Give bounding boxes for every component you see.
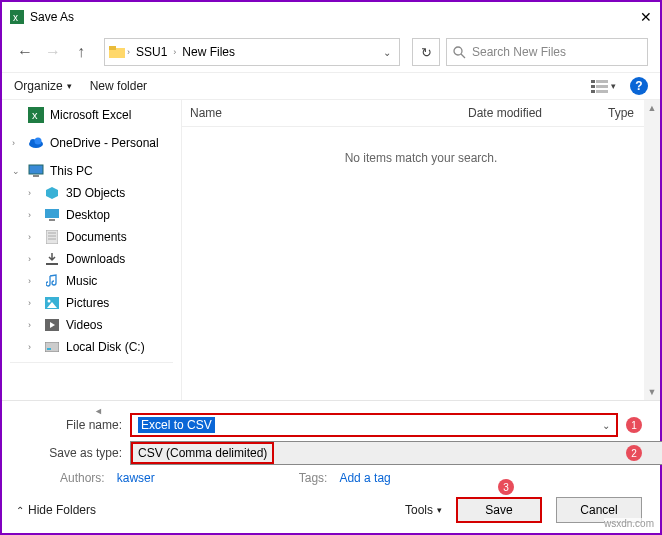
up-button[interactable]: ↑ [70,41,92,63]
expand-icon[interactable]: › [12,138,22,148]
empty-message: No items match your search. [182,127,660,189]
desktop-icon [44,207,60,223]
videos-icon [44,317,60,333]
chevron-right-icon: › [125,47,132,57]
tools-menu[interactable]: Tools ▾ [405,503,442,517]
svg-rect-20 [45,209,59,218]
navigation-tree[interactable]: x Microsoft Excel › OneDrive - Personal … [2,100,182,400]
svg-rect-8 [591,85,595,88]
svg-rect-6 [591,80,595,83]
search-input[interactable]: Search New Files [446,38,648,66]
tree-item-thispc[interactable]: ⌄ This PC [2,160,181,182]
new-folder-button[interactable]: New folder [90,79,147,93]
hide-folders-button[interactable]: ⌃ Hide Folders [16,503,96,517]
svg-rect-33 [47,348,51,350]
file-list[interactable]: Name Date modified Type No items match y… [182,100,660,400]
svg-rect-10 [591,90,595,93]
view-options[interactable]: ▾ [591,79,616,93]
view-icon [591,79,609,93]
annotation-badge-3: 3 [498,479,514,495]
scrollbar[interactable]: ▲ ▼ ◄ [644,100,660,400]
svg-rect-18 [33,175,39,177]
filename-value: Excel to CSV [138,417,215,433]
breadcrumb-newfiles[interactable]: New Files [178,45,239,59]
svg-rect-3 [109,46,116,50]
disk-icon [44,339,60,355]
authors-value[interactable]: kawser [117,471,155,485]
svg-point-4 [454,47,462,55]
tree-item-onedrive[interactable]: › OneDrive - Personal [2,132,181,154]
tree-item-documents[interactable]: ›Documents [2,226,181,248]
help-button[interactable]: ? [630,77,648,95]
annotation-badge-1: 1 [626,417,642,433]
documents-icon [44,229,60,245]
tree-item-3d-objects[interactable]: ›3D Objects [2,182,181,204]
svg-text:x: x [32,109,38,121]
scroll-left-icon[interactable]: ◄ [94,406,103,416]
scroll-up-icon[interactable]: ▲ [648,103,657,113]
col-header-name[interactable]: Name [182,100,460,126]
tree-item-music[interactable]: ›Music [2,270,181,292]
refresh-button[interactable]: ↻ [412,38,440,66]
downloads-icon [44,251,60,267]
breadcrumb-ssu1[interactable]: SSU1 [132,45,171,59]
pictures-icon [44,295,60,311]
tree-item-downloads[interactable]: ›Downloads [2,248,181,270]
tags-label: Tags: [299,471,328,485]
excel-icon: x [28,107,44,123]
excel-app-icon: x [10,10,24,24]
watermark: wsxdn.com [604,518,654,529]
svg-rect-21 [49,219,55,221]
annotation-badge-2: 2 [626,445,642,461]
tree-item-desktop[interactable]: ›Desktop [2,204,181,226]
svg-text:x: x [13,12,18,23]
window-title: Save As [30,10,622,24]
collapse-icon[interactable]: ⌄ [12,166,22,176]
filename-input[interactable]: Excel to CSV ⌄ [130,413,618,437]
svg-point-16 [35,138,42,145]
address-bar[interactable]: › SSU1 › New Files ⌄ [104,38,400,66]
search-placeholder: Search New Files [472,45,566,59]
tree-item-localdisk[interactable]: ›Local Disk (C:) [2,336,181,358]
svg-rect-7 [596,80,608,83]
save-button[interactable]: Save [456,497,542,523]
svg-rect-26 [46,263,58,265]
folder-icon [109,45,125,59]
forward-button: → [42,41,64,63]
tree-item-excel[interactable]: x Microsoft Excel [2,104,181,126]
chevron-down-icon: ▾ [437,505,442,515]
pc-icon [28,163,44,179]
col-header-date[interactable]: Date modified [460,100,600,126]
svg-rect-11 [596,90,608,93]
svg-rect-17 [29,165,43,174]
svg-line-5 [461,54,465,58]
tags-value[interactable]: Add a tag [339,471,390,485]
svg-point-28 [48,300,51,303]
savetype-value: CSV (Comma delimited) [131,442,274,464]
authors-label: Authors: [60,471,105,485]
savetype-select[interactable]: CSV (Comma delimited) ⌄ [130,441,662,465]
svg-marker-19 [46,187,58,199]
tree-item-pictures[interactable]: ›Pictures [2,292,181,314]
svg-rect-9 [596,85,608,88]
chevron-down-icon: ▾ [67,81,72,91]
tree-item-videos[interactable]: ›Videos [2,314,181,336]
cloud-icon [28,135,44,151]
chevron-right-icon: › [171,47,178,57]
close-button[interactable]: ✕ [622,9,652,25]
back-button[interactable]: ← [14,41,36,63]
chevron-down-icon: ▾ [611,81,616,91]
filename-label: File name: [20,418,130,432]
3d-icon [44,185,60,201]
svg-rect-32 [45,342,59,352]
chevron-up-icon: ⌃ [16,505,24,516]
search-icon [453,46,466,59]
svg-rect-22 [46,230,58,244]
scroll-down-icon[interactable]: ▼ [648,387,657,397]
music-icon [44,273,60,289]
address-dropdown[interactable]: ⌄ [379,47,395,58]
chevron-down-icon[interactable]: ⌄ [602,420,610,431]
organize-menu[interactable]: Organize▾ [14,79,72,93]
savetype-label: Save as type: [20,446,130,460]
